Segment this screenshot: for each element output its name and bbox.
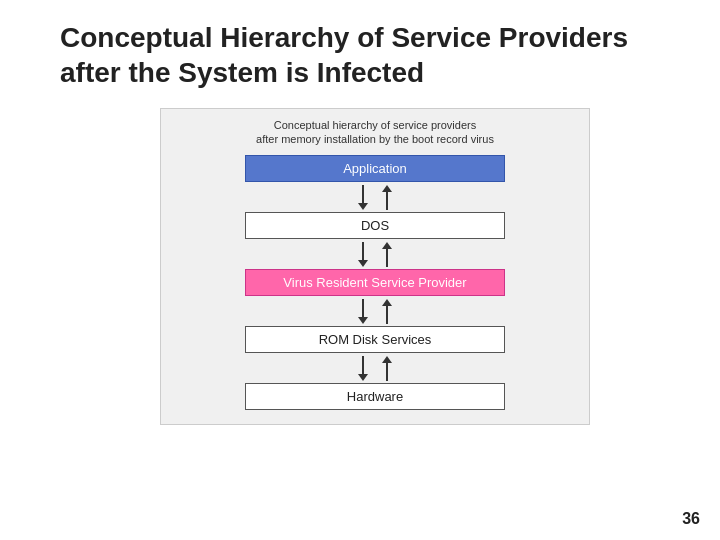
- dos-box: DOS: [245, 212, 505, 239]
- connector-2: [358, 239, 392, 269]
- virus-resident-box: Virus Resident Service Provider: [245, 269, 505, 296]
- connector-3: [358, 296, 392, 326]
- slide: Conceptual Hierarchy of Service Provider…: [0, 0, 720, 540]
- arrow-up-3: [382, 299, 392, 324]
- title-line2: after the System is Infected: [60, 57, 424, 88]
- diagram-title: Conceptual hierarchy of service provider…: [181, 119, 569, 131]
- diagram-flow: Application DOS: [181, 155, 569, 410]
- arrow-up-1: [382, 185, 392, 210]
- slide-title: Conceptual Hierarchy of Service Provider…: [60, 20, 690, 90]
- arrow-down-3: [358, 299, 368, 324]
- arrow-up-2: [382, 242, 392, 267]
- connector-4: [358, 353, 392, 383]
- diagram-container: Conceptual hierarchy of service provider…: [160, 108, 590, 425]
- page-number: 36: [682, 510, 700, 528]
- arrow-up-4: [382, 356, 392, 381]
- hardware-box: Hardware: [245, 383, 505, 410]
- arrow-down-4: [358, 356, 368, 381]
- connector-1: [358, 182, 392, 212]
- diagram-subtitle: after memory installation by the boot re…: [181, 133, 569, 145]
- rom-disk-box: ROM Disk Services: [245, 326, 505, 353]
- arrow-down-2: [358, 242, 368, 267]
- arrow-down-1: [358, 185, 368, 210]
- application-box: Application: [245, 155, 505, 182]
- title-line1: Conceptual Hierarchy of Service Provider…: [60, 22, 628, 53]
